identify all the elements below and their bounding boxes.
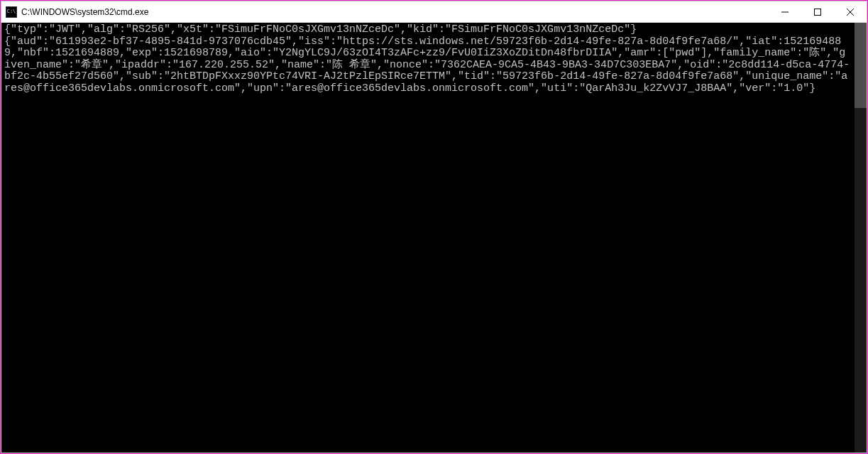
terminal-line: {"aud":"611993e2-bf37-4895-841d-9737076c…	[4, 36, 850, 94]
window-controls	[769, 1, 867, 22]
window-title: C:\WINDOWS\system32\cmd.exe	[21, 7, 769, 17]
minimize-button[interactable]	[769, 1, 801, 22]
terminal-area: {"typ":"JWT","alg":"RS256","x5t":"FSimuF…	[1, 23, 867, 453]
svg-rect-1	[815, 9, 821, 15]
terminal-content[interactable]: {"typ":"JWT","alg":"RS256","x5t":"FSimuF…	[1, 23, 855, 453]
terminal-line: {"typ":"JWT","alg":"RS256","x5t":"FSimuF…	[4, 23, 637, 36]
scrollbar-thumb[interactable]	[855, 23, 867, 108]
cmd-window: C:\WINDOWS\system32\cmd.exe {"typ":"JWT"…	[1, 1, 867, 453]
maximize-button[interactable]	[801, 1, 834, 22]
close-button[interactable]	[834, 1, 867, 22]
cmd-icon	[6, 6, 17, 18]
scrollbar[interactable]	[855, 23, 867, 453]
title-bar: C:\WINDOWS\system32\cmd.exe	[1, 1, 867, 23]
